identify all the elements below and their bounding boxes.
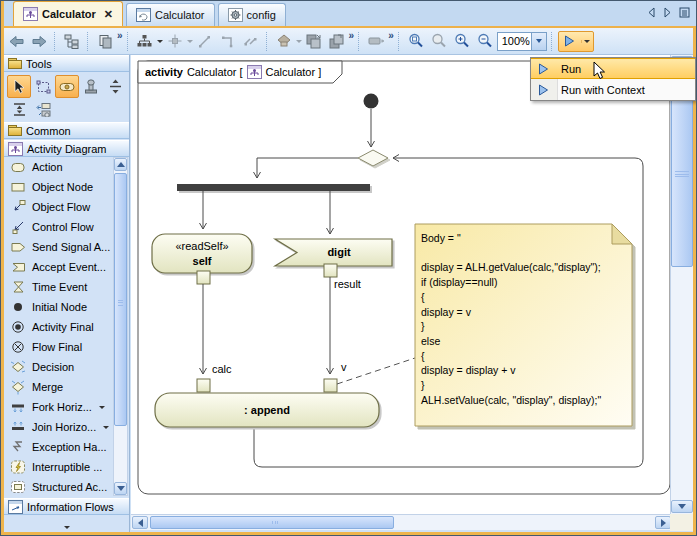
tab-list-icon[interactable] [679,7,690,18]
canvas-hscrollbar-thumb[interactable] [150,516,394,529]
pin-v[interactable] [324,379,337,392]
palette-item-join-horizontal[interactable]: Join Horizo... [4,417,129,437]
toolbar-overflow-icon[interactable]: » [117,30,123,41]
resize-button[interactable] [365,31,387,52]
compress-vertical-tool-button[interactable] [103,75,127,98]
run-split-button[interactable] [558,31,594,52]
palette-item-activity-final[interactable]: Activity Final [4,317,129,337]
menu-item-run-with-context[interactable]: Run with Context [531,79,695,100]
toolbar-overflow-icon[interactable]: » [388,30,394,41]
pin-self-result[interactable] [197,271,210,284]
palette-scrollbar-thumb[interactable] [114,173,127,426]
tab-label: Calculator [155,9,205,21]
expand-vertical-tool-button[interactable] [7,98,31,121]
pin-calc[interactable] [197,379,210,392]
palette-item-exception-handler[interactable]: Exception Ha... [4,437,129,457]
palette-item-time-event[interactable]: Time Event [4,277,129,297]
stamp-tool-button[interactable] [79,75,103,98]
canvas-vscrollbar-thumb[interactable] [671,75,693,267]
scroll-tabs-left-icon[interactable] [647,7,656,18]
palette-section-common[interactable]: Common [4,122,129,139]
palette-section-tools[interactable]: Tools [4,55,129,72]
chevron-down-icon[interactable] [103,426,109,429]
center-element-button[interactable] [164,31,186,52]
canvas-vertical-scrollbar[interactable] [670,55,693,514]
initial-node[interactable] [364,94,379,109]
section-label: Activity Diagram [27,143,106,155]
pin-digit-result[interactable] [324,264,337,277]
palette-item-object-node[interactable]: Object Node [4,177,129,197]
bezier-path-button[interactable] [240,31,262,52]
zoom-selection-button[interactable] [428,31,450,52]
layout-tree-button[interactable] [134,31,156,52]
bring-forward-button[interactable] [326,31,348,52]
canvas-scroll-down-button[interactable] [671,500,693,513]
palette-item-interruptible-region[interactable]: Interruptible ... [4,457,129,477]
palette-item-decision[interactable]: Decision [4,357,129,377]
palette-more-sections[interactable] [4,526,129,529]
oblique-path-button[interactable] [194,31,216,52]
palette-section-activity-diagram[interactable]: Activity Diagram [4,140,129,157]
palette-scroll-up-button[interactable] [114,158,127,171]
palette-item-flow-final[interactable]: Flow Final [4,337,129,357]
palette-scrollbar[interactable] [113,157,128,496]
note-anchor-line[interactable] [337,358,415,384]
palette-scroll-down-button[interactable] [114,482,127,495]
tab-calculator-activity[interactable]: Calculator ✕ [13,1,123,26]
chevron-left-icon [138,519,143,527]
tree-layout-icon [137,34,152,48]
zoom-dropdown-button[interactable] [531,33,546,50]
canvas-scroll-left-button[interactable] [132,516,148,529]
decision-node[interactable] [358,150,388,166]
back-button[interactable] [5,31,27,52]
palette-item-merge[interactable]: Merge [4,377,129,397]
palette-item-structured-activity[interactable]: Structured Ac... [4,477,129,497]
palette-item-action[interactable]: Action [4,157,129,177]
select-tool-button[interactable] [7,75,31,98]
forward-button[interactable] [28,31,50,52]
zoom-in-button[interactable] [451,31,473,52]
fork-bar[interactable] [177,184,370,191]
layout-dropdown-icon[interactable] [157,40,163,43]
center-dropdown-icon[interactable] [187,40,193,43]
marquee-select-tool-button[interactable] [31,75,55,98]
swimlane-dropdown-icon[interactable] [296,40,302,43]
send-backward-button[interactable] [303,31,325,52]
palette-item-send-signal[interactable]: Send Signal A... [4,237,129,257]
scroll-tabs-right-icon[interactable] [663,7,672,18]
chevron-down-icon[interactable] [99,406,105,409]
diagram-canvas[interactable]: «readSelf» self digit result : append ca… [131,55,672,514]
structured-activity-icon [10,479,27,495]
back-icon [9,35,24,48]
palette-item-initial-node[interactable]: Initial Node [4,297,129,317]
tab-config[interactable]: config [218,3,286,26]
run-button[interactable] [559,35,581,47]
tab-close-icon[interactable]: ✕ [104,8,113,21]
fit-in-window-button[interactable] [405,31,427,52]
zoom-fit-icon [408,33,424,49]
chevron-down-icon [117,486,125,491]
zoom-level-combobox[interactable]: 100% [497,32,547,51]
containment-tree-button[interactable] [61,31,83,52]
palette-item-object-flow[interactable]: Object Flow [4,197,129,217]
canvas-scroll-right-button[interactable] [655,516,671,529]
canvas-horizontal-scrollbar[interactable] [131,514,672,530]
toolbar-overflow-icon[interactable]: » [349,30,355,41]
palette-item-control-flow[interactable]: Control Flow [4,217,129,237]
zoom-in-icon [454,33,470,49]
menu-item-run[interactable]: Run [531,58,695,79]
palette-item-accept-event[interactable]: Accept Event... [4,257,129,277]
edge-decision-to-fork[interactable] [257,158,358,178]
copy-button[interactable] [94,31,116,52]
run-menu-button[interactable] [581,40,593,43]
swimlane-button[interactable] [273,31,295,52]
tools-button-grid [4,72,130,123]
palette-section-information-flows[interactable]: Information Flows [4,498,129,515]
refactor-tool-button[interactable] [31,98,55,121]
chevron-down-icon [536,39,542,43]
rectilinear-path-button[interactable] [217,31,239,52]
zoom-out-button[interactable] [474,31,496,52]
link-tool-button[interactable] [55,75,79,98]
tab-calculator-simulation[interactable]: Calculator [126,3,215,26]
palette-item-fork-horizontal[interactable]: Fork Horiz... [4,397,129,417]
